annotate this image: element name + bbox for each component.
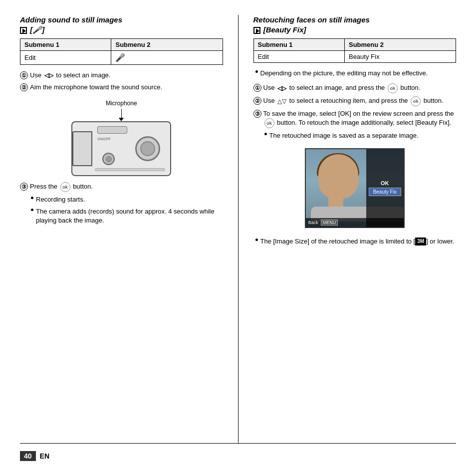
right-pre-bullet: Depending on the picture, the editing ma… xyxy=(255,69,457,78)
left-section-title: Adding sound to still images [🎤] xyxy=(20,15,223,34)
step-2-text: Aim the microphone toward the sound sour… xyxy=(30,83,223,92)
face-head xyxy=(318,154,358,199)
right-step-2-text: Use △▽ to select a retouching item, and … xyxy=(263,96,457,106)
beauty-menu-overlay: OK Beauty Fix xyxy=(366,149,404,227)
right-submenu-header-2: Submenu 2 xyxy=(344,39,456,51)
camera-top-detail xyxy=(97,126,127,134)
left-step-1: ① Use ◁▷ to select an image. xyxy=(20,71,223,80)
left-column: Adding sound to still images [🎤] Submenu… xyxy=(20,15,223,443)
camera-illustration: Microphone ON/OFF xyxy=(20,100,223,176)
camera-dial xyxy=(102,153,115,165)
left-step-3: ③ Press the ok button. xyxy=(20,182,223,192)
right-step-1: ① Use ◁▷ to select an image, and press t… xyxy=(253,83,457,93)
right-step-2-num: ② xyxy=(253,97,261,105)
bullet-dot-footer xyxy=(255,238,258,241)
ok-btn-s1: ok xyxy=(388,83,398,93)
left-submenu-table: Submenu 1 Submenu 2 Edit 🎤 xyxy=(20,38,223,65)
camera-bottom-strip xyxy=(95,168,165,171)
right-step3-sub-bullet: The retouched image is saved as a separa… xyxy=(264,131,457,140)
right-submenu-row-1: Edit Beauty Fix xyxy=(253,51,456,63)
right-submenu-col1: Edit xyxy=(253,51,344,63)
left-submenu-row-1: Edit 🎤 xyxy=(20,51,223,65)
mic-symbol: 🎤 xyxy=(32,25,42,34)
on-off-label: ON/OFF xyxy=(97,137,110,141)
menu-button: MENU xyxy=(321,220,338,226)
ok-btn-s2: ok xyxy=(411,96,421,106)
left-submenu-header-2: Submenu 2 xyxy=(111,39,223,51)
left-submenu-header-1: Submenu 1 xyxy=(20,39,111,51)
step-3-num: ③ xyxy=(20,183,28,191)
page-footer: 40 EN xyxy=(20,443,456,461)
right-submenu-header-1: Submenu 1 xyxy=(253,39,344,51)
left-bullet-1: Recording starts. xyxy=(31,195,223,204)
bullet-text-footer: The [Image Size] of the retouched image … xyxy=(260,237,457,246)
3m-badge: 3M xyxy=(415,238,426,245)
bullet-text-pre: Depending on the picture, the editing ma… xyxy=(260,69,457,78)
camera-grip xyxy=(72,131,92,166)
right-step-1-num: ① xyxy=(253,84,261,92)
microphone-label: Microphone xyxy=(106,100,137,107)
right-step-2: ② Use △▽ to select a retouching item, an… xyxy=(253,96,457,106)
beauty-fix-option: Beauty Fix xyxy=(369,188,401,196)
right-footer-bullet: The [Image Size] of the retouched image … xyxy=(255,237,457,246)
back-label: Back xyxy=(308,220,318,225)
play-icon-right xyxy=(253,27,260,34)
bullet-text-s3: The retouched image is saved as a separa… xyxy=(269,131,457,140)
camera-body: ON/OFF xyxy=(71,121,171,176)
right-submenu-col2: Beauty Fix xyxy=(344,51,456,63)
right-column: Retouching faces on still images [Beauty… xyxy=(253,15,457,443)
camera-lens-inner xyxy=(140,141,155,156)
bullet-dot-s3 xyxy=(264,133,267,135)
right-submenu-table: Submenu 1 Submenu 2 Edit Beauty Fix xyxy=(253,38,457,63)
step-3-text: Press the ok button. xyxy=(30,182,223,192)
step-1-text: Use ◁▷ to select an image. xyxy=(30,71,223,80)
right-step-1-text: Use ◁▷ to select an image, and press the… xyxy=(263,83,457,93)
bullet-dot-1 xyxy=(31,197,33,199)
beauty-bottom-bar: Back MENU xyxy=(306,218,404,227)
bullet-text-1: Recording starts. xyxy=(36,195,223,204)
right-section-title: Retouching faces on still images [Beauty… xyxy=(253,15,457,34)
page-lang: EN xyxy=(40,452,49,460)
step-2-num: ② xyxy=(20,83,28,91)
play-icon xyxy=(20,27,27,34)
column-divider xyxy=(238,15,238,443)
left-step-2: ② Aim the microphone toward the sound so… xyxy=(20,83,223,92)
beauty-fix-screen: OK Beauty Fix Back MENU xyxy=(305,148,405,228)
ok-btn-s3: ok xyxy=(264,118,274,128)
left-bullet-2: The camera adds (records) sound for appr… xyxy=(31,207,223,225)
right-step-3-text: To save the image, select [OK] on the re… xyxy=(263,109,457,128)
page-number: 40 xyxy=(20,451,36,461)
right-step-3: ③ To save the image, select [OK] on the … xyxy=(253,109,457,128)
mic-arrow xyxy=(119,109,124,121)
left-submenu-col2-mic: 🎤 xyxy=(111,51,223,65)
bullet-text-2: The camera adds (records) sound for appr… xyxy=(36,207,223,225)
bullet-dot-pre xyxy=(255,70,258,73)
camera-dial-inner xyxy=(106,156,112,162)
step-1-num: ① xyxy=(20,71,28,79)
beauty-menu-ok-label: OK xyxy=(381,180,389,186)
bullet-dot-2 xyxy=(31,209,33,211)
ok-button-symbol: ok xyxy=(60,182,70,192)
right-step-3-num: ③ xyxy=(253,110,261,118)
camera-lens xyxy=(135,136,160,161)
left-submenu-col1: Edit xyxy=(20,51,111,65)
